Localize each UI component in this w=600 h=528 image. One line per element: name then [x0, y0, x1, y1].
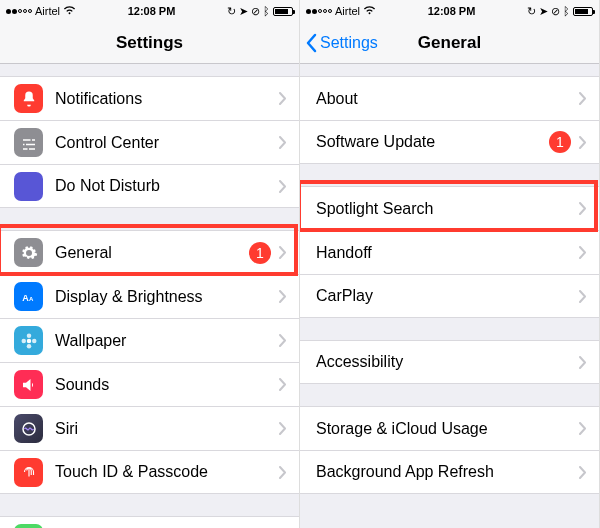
badge: 1: [549, 131, 571, 153]
wifi-icon: [63, 5, 76, 17]
row-label: CarPlay: [316, 287, 579, 305]
chevron-right-icon: [279, 422, 287, 435]
chevron-right-icon: [279, 180, 287, 193]
alarm-icon: ⊘: [551, 5, 560, 18]
chevron-right-icon: [579, 202, 587, 215]
chevron-right-icon: [579, 92, 587, 105]
svg-point-5: [21, 338, 26, 343]
clock-label: 12:08 PM: [428, 5, 476, 17]
row-label: Background App Refresh: [316, 463, 579, 481]
chevron-right-icon: [279, 334, 287, 347]
signal-dots-icon: [6, 9, 32, 14]
row-label: Software Update: [316, 133, 549, 151]
svg-text:A: A: [22, 292, 29, 302]
gear-icon: [14, 238, 43, 267]
speaker-icon: [14, 370, 43, 399]
page-title: Settings: [116, 33, 183, 53]
chevron-right-icon: [579, 422, 587, 435]
status-bar: Airtel 12:08 PM ↻ ➤ ⊘ ᛒ: [0, 0, 299, 22]
row-label: Display & Brightness: [55, 288, 279, 306]
back-button[interactable]: Settings: [304, 22, 378, 63]
chevron-right-icon: [279, 378, 287, 391]
row-battery[interactable]: Battery: [0, 516, 299, 528]
row-label: Sounds: [55, 376, 279, 394]
row-siri[interactable]: Siri: [0, 406, 299, 450]
row-about[interactable]: About: [300, 76, 599, 120]
row-label: Storage & iCloud Usage: [316, 420, 579, 438]
carrier-label: Airtel: [335, 5, 360, 17]
battery-icon: [273, 7, 293, 16]
chevron-right-icon: [279, 136, 287, 149]
nav-bar: Settings: [0, 22, 299, 64]
aA-icon: AA: [14, 282, 43, 311]
row-label: Wallpaper: [55, 332, 279, 350]
row-backgroundrefresh[interactable]: Background App Refresh: [300, 450, 599, 494]
row-label: Control Center: [55, 134, 279, 152]
back-label: Settings: [320, 34, 378, 52]
row-label: Handoff: [316, 244, 579, 262]
svg-point-3: [26, 333, 31, 338]
svg-point-4: [26, 344, 31, 349]
flower-icon: [14, 326, 43, 355]
row-carplay[interactable]: CarPlay: [300, 274, 599, 318]
row-notifications[interactable]: Notifications: [0, 76, 299, 120]
row-label: Touch ID & Passcode: [55, 463, 279, 481]
chevron-right-icon: [579, 246, 587, 259]
clock-label: 12:08 PM: [128, 5, 176, 17]
row-label: General: [55, 244, 249, 262]
signal-dots-icon: [306, 9, 332, 14]
svg-point-6: [32, 338, 37, 343]
sync-icon: ↻: [527, 5, 536, 18]
bluetooth-icon: ᛒ: [263, 5, 270, 17]
chevron-right-icon: [279, 466, 287, 479]
row-label: About: [316, 90, 579, 108]
battery-icon: [14, 524, 43, 529]
bell-icon: [14, 84, 43, 113]
location-icon: ➤: [239, 5, 248, 18]
row-label: Do Not Disturb: [55, 177, 279, 195]
settings-screen: Airtel 12:08 PM ↻ ➤ ⊘ ᛒ Settings Notific…: [0, 0, 300, 528]
page-title: General: [418, 33, 481, 53]
row-label: Accessibility: [316, 353, 579, 371]
moon-icon: [14, 172, 43, 201]
chevron-right-icon: [579, 290, 587, 303]
general-list[interactable]: AboutSoftware Update1Spotlight SearchHan…: [300, 76, 599, 494]
row-spotlight[interactable]: Spotlight Search: [300, 186, 599, 230]
row-label: Notifications: [55, 90, 279, 108]
location-icon: ➤: [539, 5, 548, 18]
chevron-right-icon: [579, 356, 587, 369]
row-label: Spotlight Search: [316, 200, 579, 218]
siri-icon: [14, 414, 43, 443]
chevron-right-icon: [279, 92, 287, 105]
svg-text:A: A: [29, 295, 34, 301]
chevron-right-icon: [579, 466, 587, 479]
row-label: Siri: [55, 420, 279, 438]
chevron-right-icon: [579, 136, 587, 149]
row-wallpaper[interactable]: Wallpaper: [0, 318, 299, 362]
bluetooth-icon: ᛒ: [563, 5, 570, 17]
carrier-label: Airtel: [35, 5, 60, 17]
fingerprint-icon: [14, 458, 43, 487]
chevron-right-icon: [279, 290, 287, 303]
wifi-icon: [363, 5, 376, 17]
settings-list[interactable]: NotificationsControl CenterDo Not Distur…: [0, 76, 299, 528]
row-accessibility[interactable]: Accessibility: [300, 340, 599, 384]
battery-icon: [573, 7, 593, 16]
sync-icon: ↻: [227, 5, 236, 18]
row-softwareupdate[interactable]: Software Update1: [300, 120, 599, 164]
sliders-icon: [14, 128, 43, 157]
row-touchid[interactable]: Touch ID & Passcode: [0, 450, 299, 494]
row-controlcenter[interactable]: Control Center: [0, 120, 299, 164]
badge: 1: [249, 242, 271, 264]
svg-point-2: [26, 338, 31, 343]
row-sounds[interactable]: Sounds: [0, 362, 299, 406]
row-display[interactable]: AADisplay & Brightness: [0, 274, 299, 318]
nav-bar: Settings General: [300, 22, 599, 64]
chevron-right-icon: [279, 246, 287, 259]
status-bar: Airtel 12:08 PM ↻ ➤ ⊘ ᛒ: [300, 0, 599, 22]
row-handoff[interactable]: Handoff: [300, 230, 599, 274]
alarm-icon: ⊘: [251, 5, 260, 18]
row-storage[interactable]: Storage & iCloud Usage: [300, 406, 599, 450]
row-donotdisturb[interactable]: Do Not Disturb: [0, 164, 299, 208]
row-general[interactable]: General1: [0, 230, 299, 274]
